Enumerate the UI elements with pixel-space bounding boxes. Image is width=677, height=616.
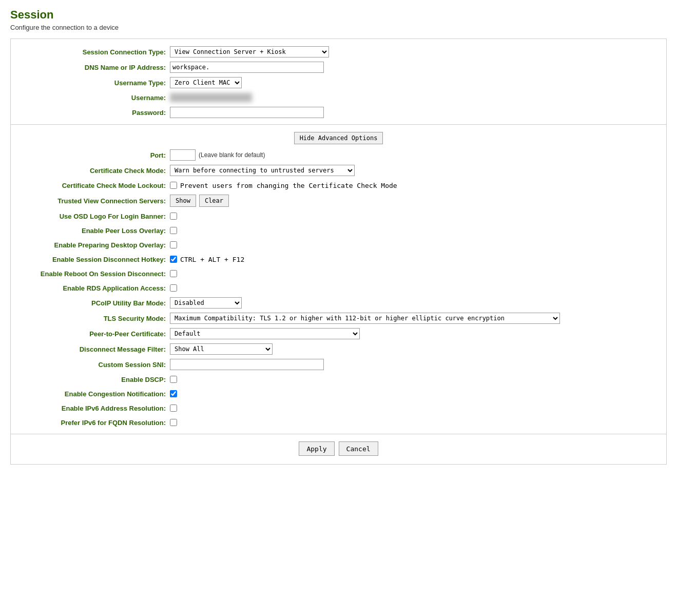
custom-sni-value: [170, 359, 661, 370]
password-input[interactable]: [170, 107, 324, 118]
password-label: Password:: [16, 109, 170, 117]
bottom-bar: Apply Cancel: [11, 434, 666, 459]
custom-sni-input[interactable]: [170, 359, 324, 370]
row-reboot: Enable Reboot On Session Disconnect:: [11, 266, 666, 281]
clear-button[interactable]: Clear: [199, 195, 229, 207]
row-prep-desktop: Enable Preparing Desktop Overlay:: [11, 238, 666, 252]
row-peer-loss: Enable Peer Loss Overlay:: [11, 223, 666, 238]
disconnect-filter-value: Show All Show None Show Critical Only: [170, 343, 661, 355]
session-disconnect-checkbox[interactable]: [170, 256, 177, 263]
row-trusted-servers: Trusted View Connection Servers: Show Cl…: [11, 192, 666, 209]
row-dscp: Enable DSCP:: [11, 372, 666, 387]
row-password: Password:: [11, 105, 666, 120]
peer-cert-label: Peer-to-Peer Certificate:: [16, 330, 170, 338]
cert-check-mode-select[interactable]: Warn before connecting to untrusted serv…: [170, 165, 355, 176]
cert-lockout-checkbox[interactable]: [170, 182, 177, 189]
pcoip-value: Disabled Enabled: [170, 297, 661, 309]
rds-label: Enable RDS Application Access:: [16, 284, 170, 292]
row-port: Port: (Leave blank for default): [11, 147, 666, 163]
row-pcoip: PCoIP Utility Bar Mode: Disabled Enabled: [11, 295, 666, 311]
hide-advanced-button[interactable]: Hide Advanced Options: [294, 132, 383, 144]
cancel-button[interactable]: Cancel: [339, 441, 378, 456]
row-cert-lockout: Certificate Check Mode Lockout: Prevent …: [11, 178, 666, 192]
tls-label: TLS Security Mode:: [16, 315, 170, 322]
page-title: Session: [10, 8, 667, 22]
row-session-disconnect: Enable Session Disconnect Hotkey: CTRL +…: [11, 252, 666, 266]
dns-input[interactable]: [170, 62, 324, 73]
row-username-type: Username Type: Zero Client MAC Custom: [11, 75, 666, 90]
row-dns: DNS Name or IP Address:: [11, 60, 666, 75]
dscp-label: Enable DSCP:: [16, 376, 170, 383]
row-hide-advanced: Hide Advanced Options: [11, 129, 666, 147]
password-value: [170, 107, 661, 118]
row-prefer-ipv6: Prefer IPv6 for FQDN Resolution:: [11, 415, 666, 430]
cert-lockout-label: Certificate Check Mode Lockout:: [16, 182, 170, 189]
reboot-label: Enable Reboot On Session Disconnect:: [16, 270, 170, 278]
page-subtitle: Configure the connection to a device: [10, 24, 667, 31]
cert-lockout-value: Prevent users from changing the Certific…: [170, 182, 661, 189]
port-input[interactable]: [170, 149, 196, 161]
peer-loss-checkbox[interactable]: [170, 227, 177, 234]
pcoip-label: PCoIP Utility Bar Mode:: [16, 299, 170, 307]
row-ipv6: Enable IPv6 Address Resolution:: [11, 401, 666, 415]
port-value: (Leave blank for default): [170, 149, 661, 161]
osd-logo-label: Use OSD Logo For Login Banner:: [16, 213, 170, 220]
prep-desktop-value: [170, 241, 661, 248]
congestion-label: Enable Congestion Notification:: [16, 390, 170, 398]
session-disconnect-hotkey: CTRL + ALT + F12: [180, 256, 244, 263]
trusted-servers-label: Trusted View Connection Servers:: [16, 197, 170, 205]
session-connection-type-value: View Connection Server + Kiosk View Conn…: [170, 46, 661, 57]
osd-logo-value: [170, 213, 661, 220]
trusted-servers-value: Show Clear: [170, 195, 661, 207]
reboot-checkbox[interactable]: [170, 270, 177, 277]
session-connection-type-label: Session Connection Type:: [16, 48, 170, 56]
row-peer-cert: Peer-to-Peer Certificate: Default Custom: [11, 326, 666, 341]
ipv6-checkbox[interactable]: [170, 405, 177, 412]
show-button[interactable]: Show: [170, 195, 196, 207]
reboot-value: [170, 270, 661, 277]
rds-checkbox[interactable]: [170, 284, 177, 292]
row-custom-sni: Custom Session SNI:: [11, 357, 666, 372]
peer-loss-value: [170, 227, 661, 234]
username-value: [170, 93, 661, 102]
dscp-checkbox[interactable]: [170, 376, 177, 383]
cert-check-mode-value: Warn before connecting to untrusted serv…: [170, 165, 661, 176]
row-osd-logo: Use OSD Logo For Login Banner:: [11, 209, 666, 223]
row-cert-check-mode: Certificate Check Mode: Warn before conn…: [11, 163, 666, 178]
apply-button[interactable]: Apply: [299, 441, 334, 456]
row-session-connection-type: Session Connection Type: View Connection…: [11, 44, 666, 60]
dscp-value: [170, 376, 661, 383]
disconnect-filter-label: Disconnect Message Filter:: [16, 345, 170, 353]
tls-select[interactable]: Maximum Compatibility: TLS 1.2 or higher…: [170, 313, 560, 324]
prefer-ipv6-checkbox[interactable]: [170, 419, 177, 426]
divider-1: [11, 124, 666, 125]
username-type-select[interactable]: Zero Client MAC Custom: [170, 77, 242, 88]
peer-cert-select[interactable]: Default Custom: [170, 328, 360, 339]
prefer-ipv6-label: Prefer IPv6 for FQDN Resolution:: [16, 419, 170, 427]
prefer-ipv6-value: [170, 419, 661, 426]
session-connection-type-select[interactable]: View Connection Server + Kiosk View Conn…: [170, 46, 329, 57]
port-label: Port:: [16, 151, 170, 159]
cert-lockout-text: Prevent users from changing the Certific…: [180, 182, 397, 189]
custom-sni-label: Custom Session SNI:: [16, 361, 170, 369]
row-username: Username:: [11, 90, 666, 105]
dns-value: [170, 62, 661, 73]
username-type-label: Username Type:: [16, 79, 170, 87]
row-tls: TLS Security Mode: Maximum Compatibility…: [11, 311, 666, 326]
congestion-checkbox[interactable]: [170, 390, 177, 397]
tls-value: Maximum Compatibility: TLS 1.2 or higher…: [170, 313, 661, 324]
row-congestion: Enable Congestion Notification:: [11, 387, 666, 401]
prep-desktop-label: Enable Preparing Desktop Overlay:: [16, 241, 170, 249]
session-disconnect-label: Enable Session Disconnect Hotkey:: [16, 256, 170, 263]
session-disconnect-value: CTRL + ALT + F12: [170, 256, 661, 263]
prep-desktop-checkbox[interactable]: [170, 241, 177, 248]
dns-label: DNS Name or IP Address:: [16, 64, 170, 71]
disconnect-filter-select[interactable]: Show All Show None Show Critical Only: [170, 343, 273, 355]
congestion-value: [170, 390, 661, 397]
username-type-value: Zero Client MAC Custom: [170, 77, 661, 88]
port-hint: (Leave blank for default): [199, 151, 265, 159]
pcoip-select[interactable]: Disabled Enabled: [170, 297, 242, 309]
osd-logo-checkbox[interactable]: [170, 213, 177, 220]
peer-loss-label: Enable Peer Loss Overlay:: [16, 227, 170, 235]
username-blurred: [170, 93, 252, 102]
